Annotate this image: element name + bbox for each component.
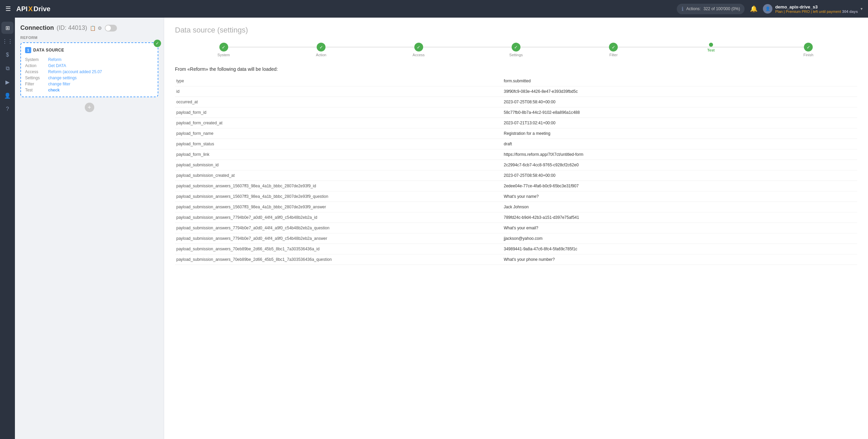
step-test: Test [662,43,760,52]
step-filter: ✓ Filter [565,43,662,57]
step-finish: ✓ Finish [760,43,857,57]
copy-icon[interactable]: 📋 [90,25,96,31]
sidebar-item-profile[interactable]: 👤 [1,89,14,102]
table-row: payload_submission_answers_15607ff3_98ea… [175,202,857,212]
table-row: payload_submission_answers_7794b0e7_a0d0… [175,223,857,233]
card-value-action[interactable]: Get DATA [48,63,66,68]
toggle-switch[interactable] [105,25,117,32]
table-row: payload_submission_created_at2023-07-25T… [175,170,857,181]
table-row: payload_form_statusdraft [175,139,857,149]
connection-title: Connection [20,24,54,32]
row-key: payload_form_status [175,139,502,149]
page-header: Data source (settings) [175,26,857,35]
row-value: 2023-07-21T13:02:41+00:00 [502,118,857,128]
menu-icon[interactable]: ☰ [5,5,11,13]
sidebar-item-media[interactable]: ▶ [1,76,14,88]
step-label-action: Action [316,53,327,57]
step-circle-system: ✓ [219,43,228,51]
row-key: payload_submission_answers_7794b0e7_a0d0… [175,223,502,233]
sidebar-item-connections[interactable]: ⋮⋮ [1,35,14,47]
row-value: 34989441-9a8a-47c6-8fc4-5fa69c785f1c [502,244,857,254]
step-circle-access: ✓ [414,43,423,51]
card-row-settings: Settings change settings [25,76,154,80]
info-icon: ℹ [682,6,684,12]
card-value-system[interactable]: Reform [48,57,61,62]
table-row: payload_submission_answers_70eb89be_2d66… [175,244,857,254]
data-table: typeform.submittedid39f90fc9-083e-4426-8… [175,76,857,265]
row-value: jjackson@yahoo.com [502,233,857,244]
table-row: payload_submission_answers_7794b0e7_a0d0… [175,233,857,244]
table-row: payload_submission_answers_15607ff3_98ea… [175,191,857,202]
actions-label: Actions: [686,6,701,11]
card-row-system: System Reform [25,57,154,62]
left-panel: Connection (ID: 44013) 📋 ⚙ REFORM ✓ 1 DA… [15,18,164,439]
table-row: occurred_at2023-07-25T08:58:40+00:00 [175,97,857,107]
row-key: payload_form_created_at [175,118,502,128]
connection-id: (ID: 44013) [57,24,87,32]
card-value-filter[interactable]: change filter [48,82,70,86]
step-label-system: System [217,53,230,57]
sidebar-item-home[interactable]: ⊞ [1,22,14,34]
step-label-access: Access [413,53,425,57]
step-circle-test [709,43,713,47]
table-row: payload_submission_answers_15607ff3_98ea… [175,181,857,191]
row-value: 2023-07-25T08:58:40+00:00 [502,97,857,107]
step-circle-action: ✓ [317,43,326,51]
user-name: demo_apix-drive_s3 [775,4,858,9]
step-label-filter: Filter [609,53,617,57]
sidebar-item-help[interactable]: ? [1,103,14,115]
row-value: https://forms.reform.app/7tX7ct/untitled… [502,149,857,160]
row-key: payload_submission_answers_15607ff3_98ea… [175,191,502,202]
navbar: ☰ API X Drive ℹ Actions: 322 of 100'000 … [0,0,868,18]
step-circle-settings: ✓ [512,43,520,51]
row-key: payload_submission_answers_70eb89be_2d66… [175,244,502,254]
row-value: What's your name? [502,191,857,202]
row-key: payload_submission_id [175,160,502,170]
page-title: Data source (settings) [175,26,248,34]
card-row-action: Action Get DATA [25,63,154,68]
step-settings: ✓ Settings [467,43,565,57]
row-key: payload_submission_answers_15607ff3_98ea… [175,202,502,212]
row-value: 39f90fc9-083e-4426-8e47-e393d39fbd5c [502,86,857,97]
row-key: payload_submission_created_at [175,170,502,181]
card-row-access: Access Reform (account added 25.07 [25,69,154,74]
row-value: What's your email? [502,223,857,233]
card-value-settings[interactable]: change settings [48,76,77,80]
bell-icon[interactable]: 🔔 [750,5,757,13]
user-plan: Plan | Premium PRO | left until payment … [775,9,858,14]
card-value-test[interactable]: check [48,88,60,92]
step-system: ✓ System [175,43,272,57]
row-key: id [175,86,502,97]
row-value: What's your phone number? [502,254,857,265]
row-value: 789fd24c-b9d4-42b3-a151-d397e75af541 [502,212,857,223]
data-source-card: ✓ 1 DATA SOURCE System Reform Action Get… [20,42,158,97]
row-value: 2c2994c7-6cb7-4cc8-9765-c928cf2c62e0 [502,160,857,170]
row-key: payload_form_id [175,107,502,118]
card-title: DATA SOURCE [33,48,64,53]
section-desc: From «Reform» the following data will be… [175,66,857,72]
reform-label: REFORM [20,36,158,40]
sidebar-item-templates[interactable]: ⧉ [1,62,14,75]
card-check-icon: ✓ [154,40,161,47]
add-button[interactable]: + [85,103,94,112]
card-rows: System Reform Action Get DATA Access Ref… [25,57,154,92]
user-menu[interactable]: 👤 demo_apix-drive_s3 Plan | Premium PRO … [763,4,863,14]
connection-header: Connection (ID: 44013) 📋 ⚙ [20,24,158,32]
row-key: payload_form_link [175,149,502,160]
table-row: payload_form_nameRegistration for a meet… [175,128,857,139]
table-row: payload_form_created_at2023-07-21T13:02:… [175,118,857,128]
sidebar-item-billing[interactable]: $ [1,49,14,61]
table-row: payload_form_id58c77fb0-8b7a-44c2-9102-e… [175,107,857,118]
settings-icon[interactable]: ⚙ [98,25,102,31]
step-label-settings: Settings [509,53,523,57]
step-label-test: Test [707,48,715,52]
sidebar: ⊞ ⋮⋮ $ ⧉ ▶ 👤 ? [0,18,15,439]
card-value-access[interactable]: Reform (account added 25.07 [48,69,102,74]
row-key: payload_submission_answers_15607ff3_98ea… [175,181,502,191]
actions-counter: ℹ Actions: 322 of 100'000 (0%) [677,4,745,14]
row-value: 2edee04e-77ce-4fa6-b0c9-65bc3e31f907 [502,181,857,191]
row-key: payload_submission_answers_70eb89be_2d66… [175,254,502,265]
logo-x: X [28,5,33,13]
card-number: 1 [25,47,31,53]
row-key: payload_form_name [175,128,502,139]
